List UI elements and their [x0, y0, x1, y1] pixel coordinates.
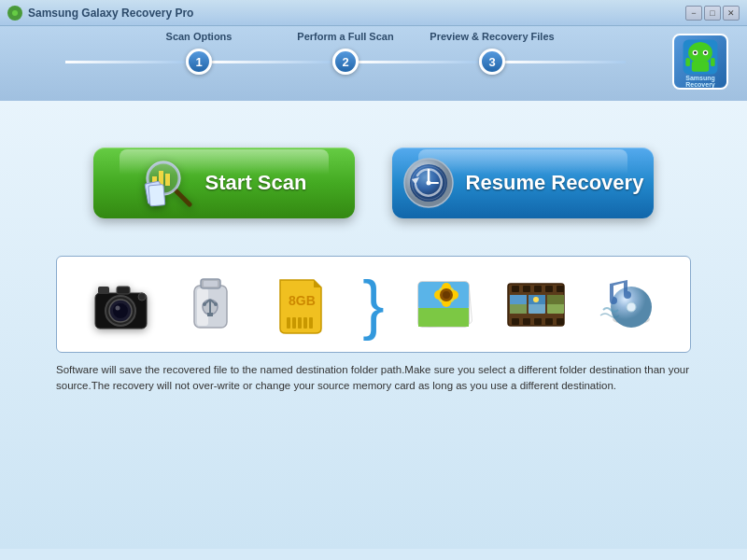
file-types-box: 8GB } — [56, 256, 691, 353]
step-line-3 — [505, 61, 626, 63]
svg-rect-56 — [418, 308, 469, 327]
svg-rect-9 — [685, 58, 690, 66]
svg-point-24 — [426, 181, 430, 186]
svg-point-29 — [115, 305, 120, 310]
svg-rect-49 — [309, 317, 313, 329]
step-1-label: Scan Options — [166, 31, 233, 42]
svg-point-82 — [533, 297, 539, 302]
svg-rect-48 — [303, 317, 307, 329]
svg-rect-72 — [523, 318, 530, 325]
svg-point-8 — [704, 51, 707, 54]
maximize-button[interactable]: □ — [704, 6, 721, 21]
camera-icon — [88, 272, 153, 337]
minimize-button[interactable]: − — [685, 6, 702, 21]
step-line-0 — [65, 61, 186, 63]
svg-rect-73 — [534, 318, 542, 325]
step-2-label: Perform a Full Scan — [297, 31, 393, 42]
svg-rect-71 — [512, 318, 519, 325]
svg-rect-31 — [98, 287, 109, 294]
step-line-group: Scan Options 1 Perform a Full Scan 2 Pre… — [65, 49, 626, 75]
samsung-logo: Samsung Recovery — [672, 34, 728, 90]
resume-icon — [402, 157, 455, 209]
svg-rect-66 — [512, 286, 519, 292]
svg-rect-68 — [534, 286, 542, 292]
main-content: Start Scan — [0, 101, 747, 549]
svg-rect-10 — [711, 58, 715, 66]
svg-rect-83 — [547, 295, 564, 304]
info-text: Software will save the recovered file to… — [56, 362, 691, 395]
resume-recovery-label: Resume Recovery — [466, 171, 644, 195]
svg-point-32 — [138, 293, 146, 301]
audio-icon — [594, 272, 659, 337]
svg-rect-74 — [545, 318, 553, 325]
svg-point-1 — [12, 10, 18, 16]
svg-rect-79 — [510, 295, 527, 304]
logo-label: Samsung Recovery — [674, 75, 726, 88]
svg-point-86 — [627, 302, 636, 312]
svg-point-7 — [694, 51, 697, 54]
bracket-separator: } — [362, 272, 384, 337]
titlebar: Samsung Galaxy Recovery Pro − □ ✕ — [0, 0, 747, 26]
photo-icon — [414, 272, 479, 337]
resume-recovery-button[interactable]: Resume Recovery — [392, 147, 654, 218]
step-3-label: Preview & Recovery Files — [430, 31, 554, 42]
svg-marker-44 — [314, 280, 321, 287]
svg-rect-46 — [292, 317, 296, 329]
step-3: Preview & Recovery Files 3 — [479, 49, 505, 75]
step-line-1 — [212, 61, 332, 63]
app-icon — [7, 6, 22, 21]
svg-rect-19 — [148, 185, 165, 206]
app-title: Samsung Galaxy Recovery Pro — [28, 7, 685, 20]
svg-rect-75 — [557, 318, 564, 325]
action-buttons: Start Scan — [93, 147, 654, 218]
svg-rect-30 — [117, 287, 130, 294]
sd-card-icon: 8GB — [268, 272, 333, 337]
svg-rect-11 — [692, 62, 709, 72]
steps-container: Scan Options 1 Perform a Full Scan 2 Pre… — [19, 49, 672, 75]
svg-rect-45 — [287, 317, 290, 329]
svg-rect-67 — [523, 286, 530, 292]
svg-rect-4 — [698, 42, 703, 48]
svg-text:8GB: 8GB — [289, 293, 316, 308]
svg-point-64 — [443, 291, 450, 299]
svg-point-28 — [113, 303, 128, 318]
svg-rect-47 — [298, 317, 302, 329]
start-scan-button[interactable]: Start Scan — [93, 147, 355, 218]
step-progress-bar: Scan Options 1 Perform a Full Scan 2 Pre… — [0, 26, 747, 101]
scan-icon — [142, 157, 194, 209]
window-controls: − □ ✕ — [685, 6, 740, 21]
step-2: Perform a Full Scan 2 — [332, 49, 359, 75]
svg-point-40 — [214, 302, 218, 306]
svg-rect-43 — [204, 281, 218, 287]
svg-point-39 — [203, 302, 206, 306]
film-strip-icon — [503, 272, 569, 337]
svg-rect-41 — [207, 313, 213, 316]
step-line-2 — [359, 61, 479, 63]
svg-rect-15 — [165, 174, 170, 186]
svg-rect-80 — [510, 304, 527, 314]
step-1: Scan Options 1 — [186, 49, 212, 75]
svg-rect-69 — [545, 286, 553, 292]
usb-drive-icon — [178, 272, 244, 337]
start-scan-label: Start Scan — [205, 171, 307, 195]
svg-line-16 — [176, 191, 190, 204]
svg-rect-70 — [557, 286, 564, 292]
close-button[interactable]: ✕ — [723, 6, 740, 21]
